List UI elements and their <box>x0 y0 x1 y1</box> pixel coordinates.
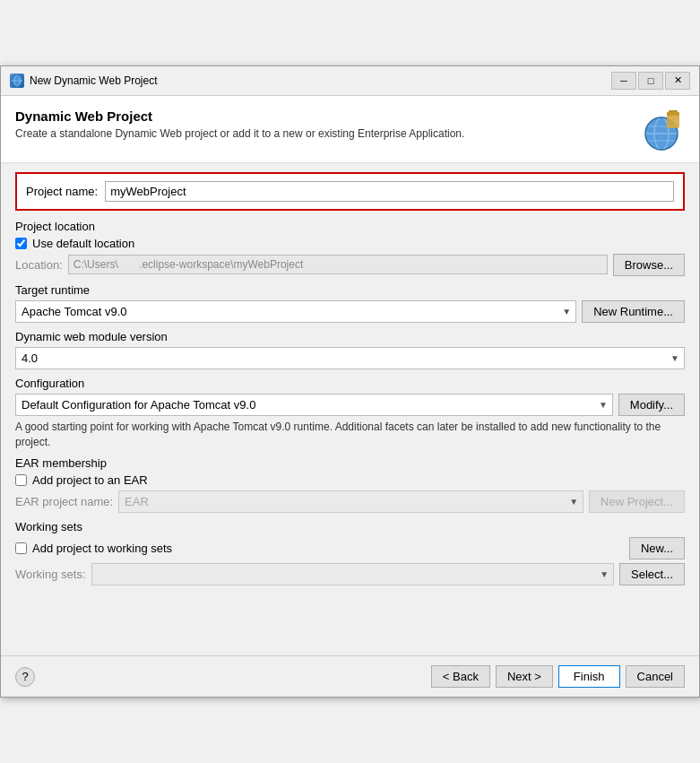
dialog-title: Dynamic Web Project <box>15 108 464 124</box>
title-bar-left: New Dynamic Web Project <box>10 74 158 88</box>
web-module-version-select[interactable]: 4.0 <box>15 347 685 369</box>
help-button[interactable]: ? <box>15 667 35 687</box>
add-to-ear-checkbox[interactable] <box>15 474 27 486</box>
title-bar: New Dynamic Web Project ─ □ ✕ <box>1 66 699 96</box>
web-module-version-title: Dynamic web module version <box>15 330 685 343</box>
use-default-location-label: Use default location <box>32 237 134 250</box>
dialog-window: New Dynamic Web Project ─ □ ✕ Dynamic We… <box>0 65 700 698</box>
content-area <box>15 593 685 646</box>
configuration-row: Default Configuration for Apache Tomcat … <box>15 394 685 416</box>
new-runtime-button[interactable]: New Runtime... <box>582 300 685 323</box>
dialog-header: Dynamic Web Project Create a standalone … <box>1 96 699 163</box>
ear-project-name-row: EAR project name: EAR ▼ New Project... <box>15 490 685 513</box>
dialog-body: Project name: Project location Use defau… <box>1 163 699 656</box>
working-sets-select-wrapper: ▼ <box>91 563 615 585</box>
browse-button[interactable]: Browse... <box>613 254 685 276</box>
configuration-title: Configuration <box>15 377 685 390</box>
project-location-title: Project location <box>15 220 685 233</box>
new-working-set-button[interactable]: New... <box>629 537 685 559</box>
finish-button[interactable]: Finish <box>558 665 620 688</box>
working-sets-field-label: Working sets: <box>15 568 86 581</box>
cancel-button[interactable]: Cancel <box>626 665 685 688</box>
ear-project-select: EAR <box>118 490 583 513</box>
add-to-ear-row: Add project to an EAR <box>15 473 685 487</box>
configuration-select-wrapper: Default Configuration for Apache Tomcat … <box>15 394 613 416</box>
location-input <box>68 255 608 274</box>
header-icon-container <box>640 108 685 153</box>
globe-icon <box>640 108 683 152</box>
title-bar-controls: ─ □ ✕ <box>611 72 690 90</box>
working-sets-section: Working sets Add project to working sets… <box>15 520 685 585</box>
next-button[interactable]: Next > <box>496 665 553 688</box>
project-name-label: Project name: <box>26 185 98 198</box>
use-default-location-checkbox[interactable] <box>15 238 27 249</box>
configuration-section: Configuration Default Configuration for … <box>15 377 685 450</box>
target-runtime-select[interactable]: Apache Tomcat v9.0 <box>15 300 576 323</box>
web-module-version-section: Dynamic web module version 4.0 ▼ <box>15 330 685 369</box>
web-module-version-row: 4.0 ▼ <box>15 347 685 369</box>
footer-right: < Back Next > Finish Cancel <box>431 665 685 688</box>
svg-rect-11 <box>667 112 679 116</box>
project-name-input[interactable] <box>105 181 674 202</box>
minimize-button[interactable]: ─ <box>611 72 636 90</box>
new-project-button[interactable]: New Project... <box>589 490 685 513</box>
dialog-icon <box>10 74 24 88</box>
project-name-section: Project name: <box>15 172 685 211</box>
back-button[interactable]: < Back <box>431 665 490 688</box>
select-working-sets-button[interactable]: Select... <box>619 563 685 585</box>
ear-project-select-wrapper: EAR ▼ <box>118 490 583 513</box>
add-to-working-sets-row: Add project to working sets <box>15 542 172 555</box>
working-sets-field-row: Working sets: ▼ Select... <box>15 563 685 585</box>
title-bar-title: New Dynamic Web Project <box>30 74 158 87</box>
target-runtime-row: Apache Tomcat v9.0 ▼ New Runtime... <box>15 300 685 323</box>
dialog-header-text: Dynamic Web Project Create a standalone … <box>15 108 464 140</box>
modify-button[interactable]: Modify... <box>618 394 685 416</box>
add-to-working-sets-label: Add project to working sets <box>32 542 172 555</box>
ear-project-name-label: EAR project name: <box>15 495 113 508</box>
use-default-location-row: Use default location <box>15 237 685 250</box>
configuration-info-text: A good starting point for working with A… <box>15 420 685 450</box>
ear-membership-title: EAR membership <box>15 456 685 470</box>
location-row: Location: Browse... <box>15 254 685 276</box>
close-button[interactable]: ✕ <box>665 72 690 90</box>
ear-membership-section: EAR membership Add project to an EAR EAR… <box>15 456 685 513</box>
target-runtime-title: Target runtime <box>15 283 685 297</box>
add-to-working-sets-checkbox[interactable] <box>15 542 27 554</box>
working-sets-select <box>91 563 615 585</box>
location-label: Location: <box>15 258 63 272</box>
working-sets-title: Working sets <box>15 520 685 533</box>
configuration-select[interactable]: Default Configuration for Apache Tomcat … <box>15 394 613 416</box>
dialog-description: Create a standalone Dynamic Web project … <box>15 127 464 140</box>
footer-left: ? <box>15 667 35 687</box>
project-location-section: Project location Use default location Lo… <box>15 220 685 276</box>
add-to-ear-label: Add project to an EAR <box>32 473 148 487</box>
target-runtime-select-wrapper: Apache Tomcat v9.0 ▼ <box>15 300 576 323</box>
web-module-version-select-wrapper: 4.0 ▼ <box>15 347 685 369</box>
target-runtime-section: Target runtime Apache Tomcat v9.0 ▼ New … <box>15 283 685 323</box>
dialog-footer: ? < Back Next > Finish Cancel <box>1 655 699 697</box>
maximize-button[interactable]: □ <box>638 72 663 90</box>
